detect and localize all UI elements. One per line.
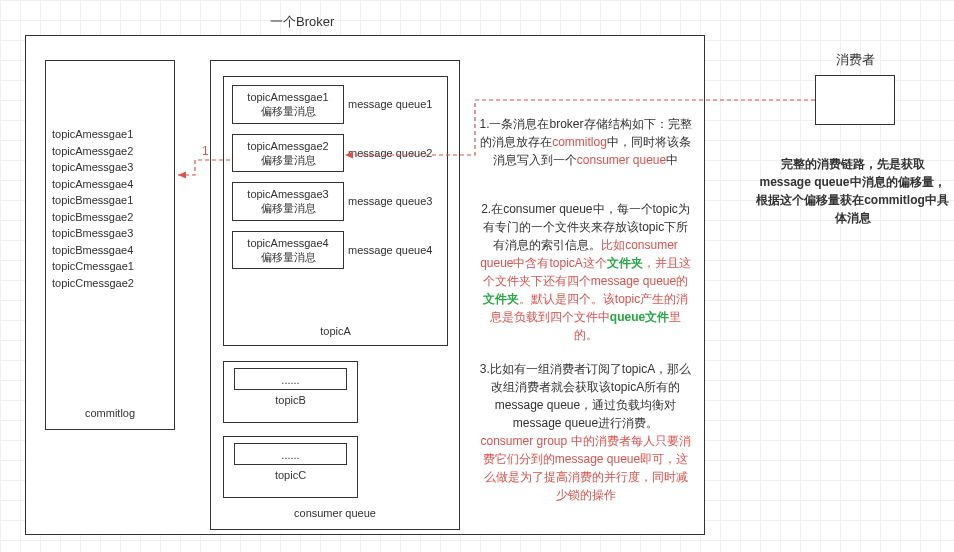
msg-queue-label: message queue2 <box>348 147 432 159</box>
annotation-2: 2.在consumer queue中，每一个topic为有专门的一个文件夹来存放… <box>478 200 693 344</box>
annotation-1: 1.一条消息在broker存储结构如下：完整的消息放存在commitlog中，同… <box>478 115 693 169</box>
commitlog-box: topicAmessgae1 topicAmessgae2 topicAmess… <box>45 60 175 430</box>
topicA-msg-box: topicAmessgae2 偏移量消息 <box>232 134 344 173</box>
commitlog-item: topicCmessgae2 <box>52 275 168 292</box>
consumer-box <box>815 75 895 125</box>
msg-sub: 偏移量消息 <box>235 153 341 167</box>
topicC-box: ...... topicC <box>223 436 358 498</box>
msg-name: topicAmessgae3 <box>235 187 341 201</box>
consumer-queue-label: consumer queue <box>211 503 459 523</box>
msg-queue-label: message queue3 <box>348 195 432 207</box>
commitlog-item: topicBmessgae4 <box>52 242 168 259</box>
diagram-title: 一个Broker <box>270 12 334 32</box>
topicA-msg-box: topicAmessgae1 偏移量消息 <box>232 85 344 124</box>
commitlog-item: topicAmessgae1 <box>52 126 168 143</box>
msg-name: topicAmessgae1 <box>235 90 341 104</box>
commitlog-list: topicAmessgae1 topicAmessgae2 topicAmess… <box>46 126 174 291</box>
annotation-3: 3.比如有一组消费者订阅了topicA，那么改组消费者就会获取该topicA所有… <box>478 360 693 504</box>
msg-name: topicAmessgae2 <box>235 139 341 153</box>
consumer-label: 消费者 <box>825 50 885 70</box>
topicB-label: topicB <box>224 390 357 410</box>
topicA-box: topicAmessgae1 偏移量消息 message queue1 topi… <box>223 76 448 346</box>
commitlog-item: topicBmessgae3 <box>52 225 168 242</box>
topicB-box: ...... topicB <box>223 361 358 423</box>
msg-sub: 偏移量消息 <box>235 104 341 118</box>
commitlog-item: topicAmessgae3 <box>52 159 168 176</box>
topicC-label: topicC <box>224 465 357 485</box>
topicA-msg-box: topicAmessgae4 偏移量消息 <box>232 231 344 270</box>
topicC-placeholder: ...... <box>234 443 347 465</box>
commitlog-item: topicAmessgae2 <box>52 143 168 160</box>
msg-name: topicAmessgae4 <box>235 236 341 250</box>
commitlog-item: topicBmessgae1 <box>52 192 168 209</box>
msg-sub: 偏移量消息 <box>235 201 341 215</box>
commitlog-label: commitlog <box>46 403 174 423</box>
commitlog-item: topicBmessgae2 <box>52 209 168 226</box>
topicA-msg-box: topicAmessgae3 偏移量消息 <box>232 182 344 221</box>
commitlog-item: topicCmessgae1 <box>52 258 168 275</box>
msg-sub: 偏移量消息 <box>235 250 341 264</box>
topicA-label: topicA <box>224 321 447 341</box>
consumer-queue-box: topicAmessgae1 偏移量消息 message queue1 topi… <box>210 60 460 530</box>
msg-queue-label: message queue4 <box>348 244 432 256</box>
commitlog-item: topicAmessgae4 <box>52 176 168 193</box>
msg-queue-label: message queue1 <box>348 98 432 110</box>
topicB-placeholder: ...... <box>234 368 347 390</box>
consumer-note: 完整的消费链路，先是获取message queue中消息的偏移量，根据这个偏移量… <box>755 155 950 227</box>
